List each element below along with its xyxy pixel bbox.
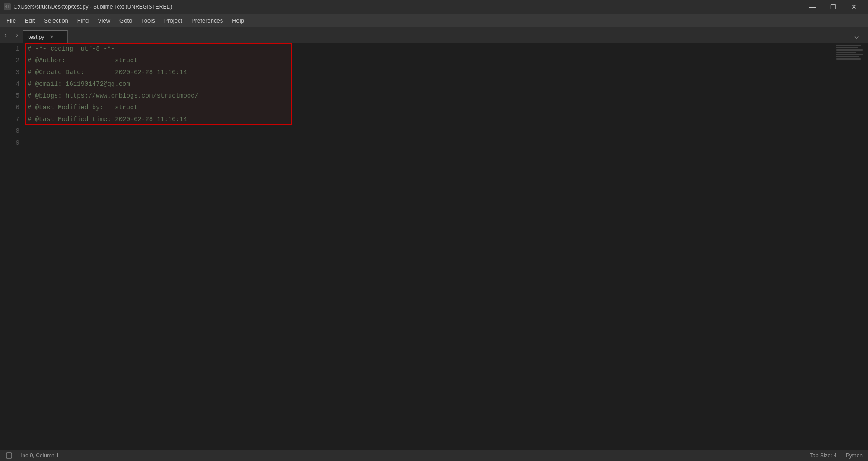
title-bar-left: ST C:\Users\struct\Desktop\test.py - Sub…	[4, 3, 172, 10]
menu-bar: FileEditSelectionFindViewGotoToolsProjec…	[0, 14, 868, 27]
minimap-line	[836, 49, 863, 51]
line-number-9: 9	[0, 137, 25, 149]
line-number-3: 3	[0, 66, 25, 78]
menu-item-file[interactable]: File	[2, 14, 20, 27]
code-line-1: # -*- coding: utf-8 -*-	[25, 43, 832, 55]
line-numbers: 123456789	[0, 43, 25, 450]
line-number-6: 6	[0, 102, 25, 113]
line-number-1: 1	[0, 43, 25, 55]
minimap-line	[836, 47, 858, 48]
code-content[interactable]: # -*- coding: utf-8 -*-# @Author: struct…	[25, 43, 832, 450]
minimap-line	[836, 54, 863, 55]
status-left: Line 9, Column 1	[5, 452, 59, 459]
tab-nav-right-button[interactable]: ›	[11, 27, 23, 43]
syntax-language[interactable]: Python	[846, 452, 863, 459]
code-line-7: # @Last Modified time: 2020-02-28 11:10:…	[25, 113, 832, 125]
status-indicator-icon	[5, 452, 13, 459]
code-line-4: # @email: 1611901472@qq.com	[25, 78, 832, 90]
minimap	[832, 43, 868, 450]
minimap-line	[836, 52, 856, 53]
minimap-line	[836, 58, 861, 60]
code-line-8	[25, 125, 832, 137]
line-number-4: 4	[0, 78, 25, 90]
menu-item-find[interactable]: Find	[73, 14, 93, 27]
code-line-3: # @Create Date: 2020-02-28 11:10:14	[25, 66, 832, 78]
line-number-7: 7	[0, 113, 25, 125]
code-line-5: # @blogs: https://www.cnblogs.com/struct…	[25, 90, 832, 102]
tab-overflow-button[interactable]: ⌄	[854, 27, 859, 43]
code-line-9	[25, 137, 832, 149]
tab-test-py[interactable]: test.py ✕	[23, 30, 68, 43]
minimap-line	[836, 45, 861, 46]
app-icon: ST	[4, 3, 11, 10]
tab-close-button[interactable]: ✕	[48, 33, 55, 41]
menu-item-view[interactable]: View	[93, 14, 115, 27]
title-bar: ST C:\Users\struct\Desktop\test.py - Sub…	[0, 0, 868, 14]
window-title: C:\Users\struct\Desktop\test.py - Sublim…	[14, 4, 172, 10]
line-number-8: 8	[0, 125, 25, 137]
svg-rect-0	[6, 453, 12, 458]
menu-item-project[interactable]: Project	[160, 14, 187, 27]
minimize-button[interactable]: —	[802, 0, 823, 14]
menu-item-goto[interactable]: Goto	[115, 14, 137, 27]
close-button[interactable]: ✕	[844, 0, 864, 14]
menu-item-preferences[interactable]: Preferences	[187, 14, 227, 27]
code-line-2: # @Author: struct	[25, 55, 832, 66]
editor-container: 123456789 # -*- coding: utf-8 -*-# @Auth…	[0, 43, 868, 450]
window-controls: — ❐ ✕	[802, 0, 864, 14]
menu-item-tools[interactable]: Tools	[137, 14, 159, 27]
menu-item-selection[interactable]: Selection	[39, 14, 72, 27]
cursor-position: Line 9, Column 1	[18, 452, 59, 459]
line-number-5: 5	[0, 90, 25, 102]
code-line-6: # @Last Modified by: struct	[25, 102, 832, 113]
tab-label: test.py	[28, 34, 44, 40]
minimap-line	[836, 56, 859, 57]
menu-item-help[interactable]: Help	[227, 14, 249, 27]
line-number-2: 2	[0, 55, 25, 66]
status-right: Tab Size: 4 Python	[810, 452, 863, 459]
maximize-button[interactable]: ❐	[823, 0, 844, 14]
status-bar: Line 9, Column 1 Tab Size: 4 Python	[0, 450, 868, 461]
tab-nav-left-button[interactable]: ‹	[0, 27, 11, 43]
menu-item-edit[interactable]: Edit	[20, 14, 39, 27]
minimap-content	[836, 44, 863, 450]
tab-bar: ‹ › test.py ✕ ⌄	[0, 27, 868, 43]
tab-size[interactable]: Tab Size: 4	[810, 452, 836, 459]
